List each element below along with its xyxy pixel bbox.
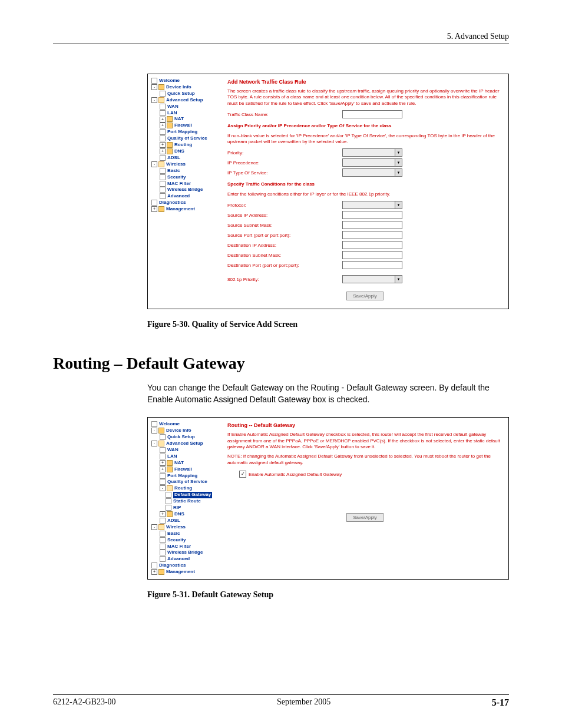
nav-item[interactable]: LAN bbox=[151, 110, 219, 117]
nav-item[interactable]: -Routing bbox=[151, 485, 219, 492]
enable-auto-checkbox[interactable]: ✓ bbox=[239, 471, 246, 478]
nav-item[interactable]: -Wireless bbox=[151, 524, 219, 531]
expand-icon[interactable]: - bbox=[151, 441, 157, 446]
nav-item[interactable]: -Advanced Setup bbox=[151, 97, 219, 104]
source-ip-input[interactable] bbox=[342, 211, 402, 219]
nav-item[interactable]: Advanced bbox=[151, 193, 219, 200]
expand-icon[interactable]: - bbox=[151, 84, 157, 90]
nav-item[interactable]: Welcome bbox=[151, 421, 219, 428]
nav-label: NAT bbox=[174, 117, 184, 122]
dest-ip-input[interactable] bbox=[342, 241, 402, 249]
nav-item[interactable]: Static Route bbox=[151, 498, 219, 505]
nav-item[interactable]: +Management bbox=[151, 206, 219, 213]
nav-item[interactable]: MAC Filter bbox=[151, 181, 219, 187]
nav-item[interactable]: MAC Filter bbox=[151, 544, 219, 550]
nav-item[interactable]: +Management bbox=[151, 569, 219, 575]
dest-mask-input[interactable] bbox=[342, 251, 402, 259]
figure-caption-2: Figure 5-31. Default Gateway Setup bbox=[147, 590, 509, 600]
expand-icon[interactable]: - bbox=[151, 524, 157, 530]
nav-item[interactable]: Welcome bbox=[151, 78, 219, 84]
page-icon bbox=[160, 518, 166, 524]
nav-item[interactable]: Port Mapping bbox=[151, 473, 219, 479]
nav-item[interactable]: Wireless Bridge bbox=[151, 550, 219, 556]
expand-icon[interactable]: + bbox=[160, 511, 166, 517]
save-apply-button[interactable]: Save/Apply bbox=[346, 513, 383, 522]
nav-label: Static Route bbox=[173, 498, 201, 504]
nav-item[interactable]: WAN bbox=[151, 447, 219, 454]
nav-item[interactable]: +Firewall bbox=[151, 466, 219, 473]
nav-label: Advanced Setup bbox=[166, 97, 203, 102]
nav-label: Wireless Bridge bbox=[167, 550, 203, 555]
nav-item[interactable]: Quick Setup bbox=[151, 434, 219, 441]
section-heading: Routing – Default Gateway bbox=[53, 354, 509, 373]
nav-item[interactable]: -Wireless bbox=[151, 161, 219, 168]
folder-icon bbox=[167, 460, 173, 466]
nav-label: Security bbox=[167, 537, 186, 542]
nav-item[interactable]: Quality of Service bbox=[151, 479, 219, 485]
dest-port-input[interactable] bbox=[342, 261, 402, 269]
nav-item[interactable]: WAN bbox=[151, 104, 219, 110]
nav-item[interactable]: Security bbox=[151, 174, 219, 181]
nav-item[interactable]: -Advanced Setup bbox=[151, 441, 219, 447]
nav-item[interactable]: Quality of Service bbox=[151, 135, 219, 142]
nav-item[interactable]: +NAT bbox=[151, 460, 219, 466]
expand-icon[interactable]: + bbox=[160, 117, 166, 123]
expand-icon[interactable]: + bbox=[151, 569, 157, 575]
nav-item[interactable]: Basic bbox=[151, 531, 219, 537]
nav-label: Default Gateway bbox=[173, 492, 212, 498]
nav-label: Basic bbox=[167, 531, 180, 536]
ip-precedence-select[interactable]: ▼ bbox=[342, 158, 402, 167]
nav-item[interactable]: Security bbox=[151, 537, 219, 544]
nav-item[interactable]: Port Mapping bbox=[151, 129, 219, 135]
dot1p-select[interactable]: ▼ bbox=[342, 275, 402, 283]
page-icon bbox=[160, 434, 166, 440]
nav-item[interactable]: ADSL bbox=[151, 155, 219, 161]
nav-item[interactable]: Wireless Bridge bbox=[151, 187, 219, 193]
expand-icon[interactable]: + bbox=[160, 123, 166, 128]
traffic-class-name-input[interactable] bbox=[342, 110, 402, 118]
folder-icon bbox=[167, 485, 173, 491]
save-apply-button[interactable]: Save/Apply bbox=[346, 292, 383, 300]
nav-label: DNS bbox=[174, 148, 184, 154]
nav-item[interactable]: Default Gateway bbox=[151, 492, 219, 498]
expand-icon[interactable]: - bbox=[151, 428, 157, 434]
nav-label: ADSL bbox=[167, 155, 180, 160]
ip-tos-select[interactable]: ▼ bbox=[342, 168, 402, 177]
protocol-label: Protocol: bbox=[227, 203, 342, 208]
nav-item[interactable]: +DNS bbox=[151, 148, 219, 155]
nav-item[interactable]: +DNS bbox=[151, 511, 219, 518]
page-icon bbox=[160, 193, 166, 199]
intro-text: The screen creates a traffic class rule … bbox=[227, 88, 503, 107]
nav-item[interactable]: LAN bbox=[151, 454, 219, 460]
source-port-input[interactable] bbox=[342, 231, 402, 239]
expand-icon[interactable]: + bbox=[160, 148, 166, 154]
expand-icon[interactable]: - bbox=[160, 485, 166, 491]
protocol-select[interactable]: ▼ bbox=[342, 201, 402, 209]
nav-item[interactable]: Diagnostics bbox=[151, 562, 219, 569]
nav-label: Routing bbox=[174, 142, 192, 147]
nav-item[interactable]: +NAT bbox=[151, 116, 219, 123]
page-icon bbox=[160, 91, 166, 97]
priority-select[interactable]: ▼ bbox=[342, 148, 402, 157]
chevron-down-icon: ▼ bbox=[395, 159, 402, 166]
nav-item[interactable]: RIP bbox=[151, 505, 219, 511]
nav-item[interactable]: Diagnostics bbox=[151, 200, 219, 206]
source-mask-input[interactable] bbox=[342, 221, 402, 229]
expand-icon[interactable]: + bbox=[160, 142, 166, 148]
nav-item[interactable]: Basic bbox=[151, 168, 219, 174]
expand-icon[interactable]: - bbox=[151, 97, 157, 103]
page-icon bbox=[160, 447, 166, 453]
nav-item[interactable]: +Firewall bbox=[151, 123, 219, 129]
nav-label: Firewall bbox=[174, 466, 192, 472]
expand-icon[interactable]: - bbox=[151, 161, 157, 167]
expand-icon[interactable]: + bbox=[160, 466, 166, 472]
expand-icon[interactable]: + bbox=[151, 206, 157, 212]
nav-item[interactable]: -Device Info bbox=[151, 84, 219, 91]
nav-item[interactable]: Advanced bbox=[151, 556, 219, 562]
nav-item[interactable]: +Routing bbox=[151, 142, 219, 148]
nav-item[interactable]: Quick Setup bbox=[151, 91, 219, 97]
folder-icon bbox=[158, 161, 164, 167]
nav-item[interactable]: ADSL bbox=[151, 518, 219, 524]
nav-item[interactable]: -Device Info bbox=[151, 428, 219, 434]
expand-icon[interactable]: + bbox=[160, 460, 166, 466]
